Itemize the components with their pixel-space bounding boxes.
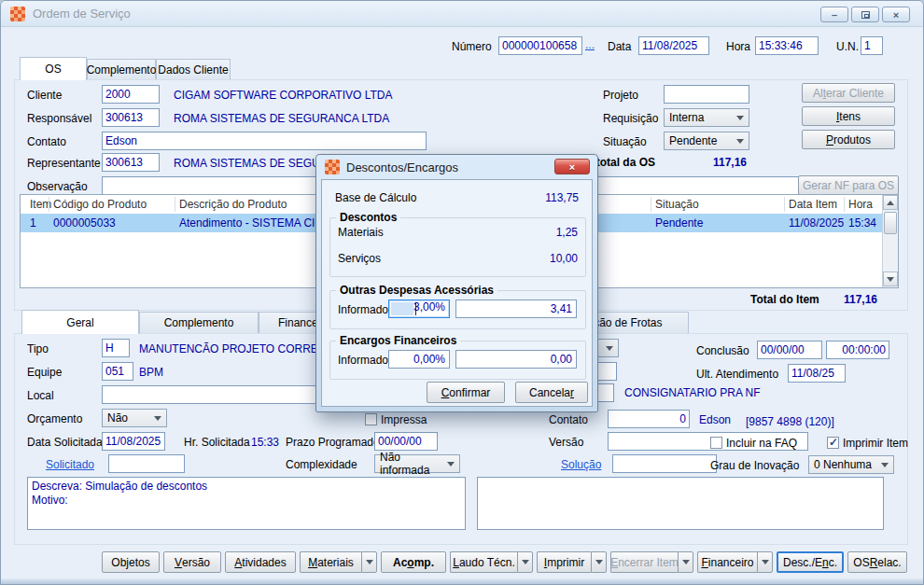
- cliente-name: CIGAM SOFTWARE CORPORATIVO LTDA: [174, 89, 392, 102]
- acomp-button[interactable]: Acomp.: [381, 551, 446, 573]
- orcamento-label: Orçamento: [27, 412, 82, 425]
- encerrar-item-button[interactable]: Encerrar Item: [610, 551, 678, 573]
- numero-more-link[interactable]: ...: [585, 38, 595, 51]
- tab-geral[interactable]: Geral: [21, 310, 139, 334]
- produtos-button[interactable]: Produtos: [802, 130, 895, 149]
- imprimir-dropdown-button[interactable]: [591, 551, 607, 573]
- tab-dados-cliente[interactable]: Dados Cliente: [156, 59, 231, 80]
- prazo-programado-input[interactable]: [374, 432, 438, 451]
- encerrar-dropdown-button[interactable]: [678, 551, 693, 573]
- tab-complemento[interactable]: Complemento: [87, 59, 156, 80]
- incluir-faq-label: Incluir na FAQ: [726, 437, 797, 450]
- cliente-code-input[interactable]: [102, 85, 160, 104]
- chevron-down-icon: [447, 462, 455, 467]
- data-solicitada-input[interactable]: [102, 432, 165, 451]
- tipo-input[interactable]: [102, 339, 130, 357]
- tab-complemento-detail[interactable]: Complemento: [139, 312, 259, 333]
- financeiro-dropdown-button[interactable]: [757, 551, 773, 573]
- table-scrollbar[interactable]: [882, 195, 898, 287]
- dialog-body: Base de Cálculo 113,75 Descontos Materia…: [321, 179, 593, 407]
- cell-hora: 15:34: [848, 216, 876, 230]
- scroll-down-button[interactable]: [883, 272, 898, 286]
- encargos-percent-input[interactable]: [388, 350, 450, 369]
- window-controls: – ×: [820, 7, 910, 22]
- equipe-label: Equipe: [27, 366, 62, 379]
- dialog-close-button[interactable]: ×: [554, 159, 590, 174]
- itens-button[interactable]: Itens: [802, 106, 895, 126]
- cancelar-button[interactable]: Cancelar: [515, 382, 588, 403]
- data-label: Data: [608, 40, 631, 53]
- complexidade-dropdown[interactable]: Não informada: [374, 454, 460, 473]
- grau-inovacao-value: 0 Nenhuma: [814, 458, 872, 471]
- incluir-faq-checkbox[interactable]: [710, 437, 722, 449]
- objetos-button[interactable]: Objetos: [102, 551, 160, 573]
- grau-inovacao-dropdown[interactable]: 0 Nenhuma: [808, 455, 894, 474]
- solucao-input[interactable]: [612, 454, 717, 473]
- responsavel-code-input[interactable]: [102, 108, 160, 127]
- scroll-up-button[interactable]: [883, 195, 898, 210]
- orcamento-dropdown[interactable]: Não: [102, 409, 167, 427]
- cell-codigo: 0000005033: [53, 216, 116, 230]
- conclusao-date-input[interactable]: [757, 341, 822, 359]
- solicitado-link[interactable]: Solicitado: [46, 458, 94, 471]
- contato2-input[interactable]: [608, 410, 690, 428]
- contato2-name: Edson: [699, 413, 731, 426]
- outras-valor-input[interactable]: [455, 299, 577, 318]
- contato-input[interactable]: [102, 132, 427, 150]
- gerar-nf-button[interactable]: Gerar NF para OS: [798, 175, 899, 195]
- desc-enc-button[interactable]: Desc./Enc.: [777, 551, 844, 573]
- encargos-valor-input[interactable]: [455, 350, 577, 369]
- cell-data-item: 11/08/2025: [789, 216, 844, 230]
- representante-code-input[interactable]: [102, 153, 160, 172]
- solicitado-input[interactable]: [108, 454, 185, 473]
- imprimir-button[interactable]: Imprimir: [537, 551, 591, 573]
- minimize-button[interactable]: –: [820, 7, 848, 22]
- numero-input[interactable]: [498, 36, 582, 55]
- materiais-dropdown-button[interactable]: [361, 551, 377, 573]
- requisicao-dropdown[interactable]: Interna: [664, 108, 749, 127]
- laudo-dropdown-button[interactable]: [517, 551, 533, 573]
- base-calculo-value: 113,75: [545, 191, 579, 204]
- solucao-link[interactable]: Solução: [561, 458, 601, 471]
- versao-label: Versão: [549, 436, 583, 449]
- dialog-titlebar: Descontos/Encargos ×: [316, 155, 597, 179]
- os-relac-button[interactable]: OS Relac.: [847, 551, 907, 573]
- data-input[interactable]: [638, 36, 709, 55]
- un-label: U.N.: [836, 40, 859, 53]
- hora-input[interactable]: [755, 36, 819, 55]
- arrow-down-icon: [366, 560, 373, 564]
- tipo-desc: MANUTENCÃO PROJETO CORRECÃO: [139, 342, 343, 355]
- laudo-tecn-button[interactable]: Laudo Técn.: [450, 551, 517, 573]
- col-data-item: Data Item: [789, 195, 837, 211]
- projeto-input[interactable]: [664, 85, 749, 104]
- text-caret: [415, 302, 416, 315]
- outras-percent-input[interactable]: 3,00%: [388, 299, 450, 318]
- materiais-button[interactable]: Materiais: [300, 551, 361, 573]
- confirmar-button[interactable]: Confirmar: [427, 382, 505, 403]
- prazo-programado-label: Prazo Programado: [286, 436, 380, 449]
- total-item-label: Total do Item: [750, 293, 819, 306]
- atividades-button[interactable]: Atividades: [225, 551, 296, 573]
- impressa-checkbox[interactable]: [365, 413, 377, 425]
- financeiro-button[interactable]: Financeiro: [697, 551, 757, 573]
- maximize-button[interactable]: [851, 7, 879, 22]
- imprimir-item-checkbox[interactable]: [827, 437, 839, 449]
- impressa-label: Impressa: [381, 413, 427, 426]
- ult-atendimento-input[interactable]: [788, 364, 846, 383]
- complexidade-value: Não informada: [380, 451, 447, 477]
- observacao-textarea[interactable]: [477, 477, 884, 530]
- conclusao-time-input[interactable]: [826, 341, 889, 359]
- versao-button[interactable]: Versão: [163, 551, 221, 573]
- alterar-cliente-button[interactable]: Alterar Cliente: [802, 83, 895, 103]
- complexidade-label: Complexidade: [286, 458, 357, 471]
- tipo-label: Tipo: [27, 342, 49, 355]
- scroll-thumb[interactable]: [884, 212, 897, 234]
- close-button[interactable]: ×: [882, 7, 910, 22]
- cigam-app-icon: [325, 160, 340, 174]
- equipe-input[interactable]: [102, 362, 133, 381]
- titlebar: Ordem de Serviço – ×: [1, 1, 923, 27]
- descricao-textarea[interactable]: Descreva: Simulação de descontos Motivo:: [27, 477, 466, 530]
- un-input[interactable]: [861, 36, 883, 55]
- tab-os[interactable]: OS: [20, 57, 87, 80]
- situacao-dropdown[interactable]: Pendente: [664, 132, 749, 150]
